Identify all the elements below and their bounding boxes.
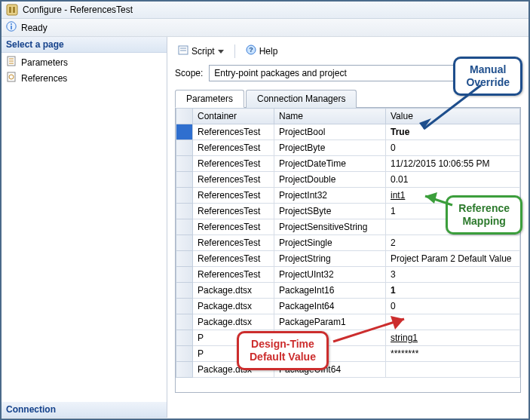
svg-point-4 — [11, 23, 12, 25]
cell-value[interactable]: 11/12/2015 10:06:55 PM — [386, 156, 520, 172]
cell-value[interactable]: Project Param 2 Default Value — [386, 251, 520, 267]
row-header[interactable] — [176, 188, 193, 204]
corner-cell — [176, 109, 193, 124]
svg-marker-15 — [218, 50, 224, 54]
table-row[interactable]: ReferencesTestProjectBoolTrue — [176, 124, 520, 140]
cell-value[interactable] — [386, 362, 520, 378]
cell-name[interactable]: ProjectInt32 — [274, 188, 386, 204]
cell-value[interactable]: ******** — [386, 346, 520, 362]
row-header[interactable] — [176, 156, 193, 172]
main-panel: Script ? Help Scope: Parameters Connecti… — [167, 37, 528, 418]
connection-header: Connection — [2, 402, 167, 418]
window-title: Configure - ReferencesTest — [23, 5, 133, 15]
row-header[interactable] — [176, 267, 193, 283]
cell-container[interactable]: ReferencesTest — [193, 140, 274, 156]
cell-name[interactable]: ProjectByte — [274, 140, 386, 156]
cell-container[interactable]: ReferencesTest — [193, 124, 274, 140]
row-header[interactable] — [176, 299, 193, 314]
cell-value[interactable]: -1 — [386, 314, 520, 330]
table-row[interactable]: ReferencesTestProjectUInt323 — [176, 267, 520, 283]
table-row[interactable]: Package.dtsxPackageInt640 — [176, 299, 520, 314]
row-header[interactable] — [176, 283, 193, 299]
row-header[interactable] — [176, 124, 193, 140]
row-header[interactable] — [176, 330, 193, 346]
sidebar-item-label: Parameters — [21, 57, 68, 68]
cell-container[interactable]: ReferencesTest — [193, 204, 274, 219]
sidebar-item-references[interactable]: References — [2, 70, 167, 86]
cell-name[interactable]: ProjectString — [274, 251, 386, 267]
row-header[interactable] — [176, 362, 193, 378]
cell-name[interactable]: PackageInt16 — [274, 283, 386, 299]
cell-name[interactable]: PackageInt64 — [274, 299, 386, 314]
cell-container[interactable]: Package.dtsx — [193, 283, 274, 299]
script-label: Script — [191, 46, 215, 57]
help-button[interactable]: ? Help — [243, 43, 281, 59]
table-row[interactable]: Package.dtsxPackageUInt64 — [176, 362, 520, 378]
row-header[interactable] — [176, 204, 193, 219]
toolbar-separator — [234, 44, 235, 58]
table-row[interactable]: Package.dtsxPackageInt161 — [176, 283, 520, 299]
callout-reference-mapping: Reference Mapping — [446, 195, 522, 235]
tab-parameters[interactable]: Parameters — [175, 90, 244, 108]
cell-name[interactable]: ProjectSingle — [274, 235, 386, 251]
status-text: Ready — [21, 23, 47, 33]
svg-rect-1 — [9, 7, 11, 13]
cell-container[interactable]: ReferencesTest — [193, 172, 274, 188]
cell-value[interactable]: 0 — [386, 299, 520, 314]
cell-value[interactable]: 0 — [386, 140, 520, 156]
cell-name[interactable]: ProjectBool — [274, 124, 386, 140]
table-row[interactable]: ReferencesTestProjectDateTime11/12/2015 … — [176, 156, 520, 172]
cell-container[interactable]: ReferencesTest — [193, 188, 274, 204]
row-header[interactable] — [176, 346, 193, 362]
parameters-grid: Container Name Value ReferencesTestProje… — [175, 108, 521, 393]
cell-container[interactable]: ReferencesTest — [193, 251, 274, 267]
table-row[interactable]: Pstring1 — [176, 330, 520, 346]
svg-rect-5 — [11, 26, 12, 29]
svg-rect-0 — [7, 5, 17, 15]
cell-container[interactable]: ReferencesTest — [193, 235, 274, 251]
cell-name[interactable]: ProjectSensitiveString — [274, 219, 386, 235]
row-header[interactable] — [176, 172, 193, 188]
cell-value[interactable]: 1 — [386, 283, 520, 299]
cell-value[interactable]: 0.01 — [386, 172, 520, 188]
cell-value[interactable]: 3 — [386, 267, 520, 283]
row-header[interactable] — [176, 140, 193, 156]
tab-connection-managers[interactable]: Connection Managers — [246, 90, 357, 108]
table-row[interactable]: ReferencesTestProjectByte0 — [176, 140, 520, 156]
column-header-value[interactable]: Value — [386, 109, 520, 124]
sidebar-item-parameters[interactable]: Parameters — [2, 54, 167, 70]
cell-container[interactable]: ReferencesTest — [193, 156, 274, 172]
script-button[interactable]: Script — [175, 43, 227, 59]
row-header[interactable] — [176, 251, 193, 267]
table-row[interactable]: ReferencesTestProjectStringProject Param… — [176, 251, 520, 267]
column-header-container[interactable]: Container — [193, 109, 274, 124]
cell-name[interactable]: PackageParam1 — [274, 314, 386, 330]
cell-name[interactable]: ProjectUInt32 — [274, 267, 386, 283]
cell-value[interactable]: True — [386, 124, 520, 140]
cell-value[interactable]: 2 — [386, 235, 520, 251]
cell-container[interactable]: Package.dtsx — [193, 299, 274, 314]
row-header[interactable] — [176, 314, 193, 330]
svg-text:?: ? — [249, 46, 253, 54]
table-row[interactable]: ReferencesTestProjectDouble0.01 — [176, 172, 520, 188]
sidebar: Select a page Parameters References Conn… — [2, 37, 167, 418]
svg-rect-2 — [13, 7, 15, 13]
table-row[interactable]: PeString******** — [176, 346, 520, 362]
cell-container[interactable]: ReferencesTest — [193, 267, 274, 283]
cell-container[interactable]: ReferencesTest — [193, 219, 274, 235]
scope-label: Scope: — [175, 68, 203, 78]
sidebar-header: Select a page — [2, 37, 167, 53]
table-row[interactable]: ReferencesTestProjectSingle2 — [176, 235, 520, 251]
cell-name[interactable]: ProjectSByte — [274, 204, 386, 219]
row-header[interactable] — [176, 219, 193, 235]
page-icon — [6, 72, 17, 84]
info-icon — [6, 21, 17, 34]
row-header[interactable] — [176, 235, 193, 251]
cell-name[interactable]: ProjectDouble — [274, 172, 386, 188]
cell-container[interactable]: Package.dtsx — [193, 314, 274, 330]
cell-value[interactable]: string1 — [386, 330, 520, 346]
callout-design-default: Design-Time Default Value — [237, 331, 329, 370]
table-row[interactable]: Package.dtsxPackageParam1-1 — [176, 314, 520, 330]
column-header-name[interactable]: Name — [274, 109, 386, 124]
cell-name[interactable]: ProjectDateTime — [274, 156, 386, 172]
